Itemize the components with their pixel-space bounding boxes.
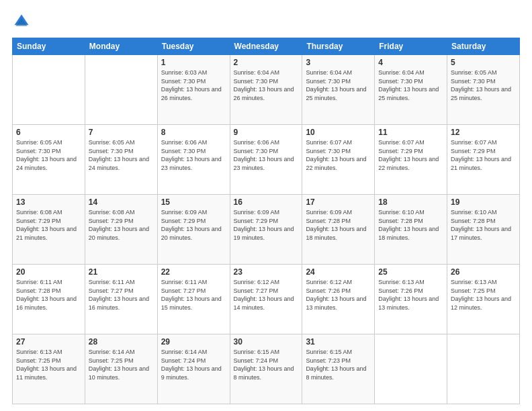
- day-info: Sunrise: 6:08 AM Sunset: 7:29 PM Dayligh…: [89, 208, 154, 242]
- calendar-cell: 15Sunrise: 6:09 AM Sunset: 7:29 PM Dayli…: [157, 195, 230, 265]
- calendar-cell: 12Sunrise: 6:07 AM Sunset: 7:29 PM Dayli…: [447, 125, 520, 195]
- calendar-cell: 23Sunrise: 6:12 AM Sunset: 7:27 PM Dayli…: [230, 265, 302, 334]
- day-info: Sunrise: 6:11 AM Sunset: 7:28 PM Dayligh…: [16, 278, 81, 312]
- calendar-cell: 22Sunrise: 6:11 AM Sunset: 7:27 PM Dayli…: [157, 265, 230, 334]
- calendar-cell: 5Sunrise: 6:05 AM Sunset: 7:30 PM Daylig…: [447, 55, 520, 125]
- calendar-cell: 3Sunrise: 6:04 AM Sunset: 7:30 PM Daylig…: [302, 55, 375, 125]
- day-number: 19: [451, 197, 516, 207]
- day-info: Sunrise: 6:07 AM Sunset: 7:29 PM Dayligh…: [451, 138, 516, 172]
- calendar-table: SundayMondayTuesdayWednesdayThursdayFrid…: [12, 38, 520, 404]
- day-info: Sunrise: 6:08 AM Sunset: 7:29 PM Dayligh…: [16, 208, 81, 242]
- calendar-cell: 6Sunrise: 6:05 AM Sunset: 7:30 PM Daylig…: [13, 125, 85, 195]
- logo-icon: [12, 12, 31, 31]
- day-info: Sunrise: 6:09 AM Sunset: 7:29 PM Dayligh…: [234, 208, 299, 242]
- calendar-day-header: Friday: [375, 38, 447, 55]
- day-info: Sunrise: 6:10 AM Sunset: 7:28 PM Dayligh…: [451, 208, 516, 242]
- calendar-header-row: SundayMondayTuesdayWednesdayThursdayFrid…: [13, 38, 520, 55]
- calendar-day-header: Saturday: [447, 38, 520, 55]
- day-info: Sunrise: 6:07 AM Sunset: 7:30 PM Dayligh…: [306, 138, 371, 172]
- calendar-cell: 31Sunrise: 6:15 AM Sunset: 7:23 PM Dayli…: [302, 334, 375, 404]
- day-number: 31: [306, 337, 371, 347]
- day-number: 22: [161, 267, 226, 277]
- calendar-day-header: Thursday: [302, 38, 375, 55]
- calendar-cell: 24Sunrise: 6:12 AM Sunset: 7:26 PM Dayli…: [302, 265, 375, 334]
- calendar-cell: [85, 55, 157, 125]
- calendar-cell: 26Sunrise: 6:13 AM Sunset: 7:25 PM Dayli…: [447, 265, 520, 334]
- day-info: Sunrise: 6:05 AM Sunset: 7:30 PM Dayligh…: [451, 68, 516, 102]
- day-number: 11: [378, 128, 443, 137]
- calendar-cell: 27Sunrise: 6:13 AM Sunset: 7:25 PM Dayli…: [13, 334, 85, 404]
- page: SundayMondayTuesdayWednesdayThursdayFrid…: [0, 0, 532, 411]
- day-info: Sunrise: 6:12 AM Sunset: 7:26 PM Dayligh…: [306, 278, 371, 312]
- calendar-week-row: 20Sunrise: 6:11 AM Sunset: 7:28 PM Dayli…: [13, 265, 520, 334]
- calendar-cell: 25Sunrise: 6:13 AM Sunset: 7:26 PM Dayli…: [375, 265, 447, 334]
- day-number: 16: [234, 197, 299, 207]
- day-number: 18: [378, 197, 443, 207]
- calendar-cell: 30Sunrise: 6:15 AM Sunset: 7:24 PM Dayli…: [230, 334, 302, 404]
- calendar-cell: 18Sunrise: 6:10 AM Sunset: 7:28 PM Dayli…: [375, 195, 447, 265]
- day-number: 1: [161, 58, 226, 67]
- day-number: 24: [306, 267, 371, 277]
- calendar-cell: 8Sunrise: 6:06 AM Sunset: 7:30 PM Daylig…: [157, 125, 230, 195]
- day-info: Sunrise: 6:07 AM Sunset: 7:29 PM Dayligh…: [378, 138, 443, 172]
- calendar-cell: 2Sunrise: 6:04 AM Sunset: 7:30 PM Daylig…: [230, 55, 302, 125]
- calendar-day-header: Monday: [85, 38, 157, 55]
- day-number: 12: [451, 128, 516, 137]
- day-number: 2: [234, 58, 299, 67]
- day-info: Sunrise: 6:04 AM Sunset: 7:30 PM Dayligh…: [378, 68, 443, 102]
- day-number: 3: [306, 58, 371, 67]
- day-number: 13: [16, 197, 81, 207]
- day-number: 17: [306, 197, 371, 207]
- day-number: 20: [16, 267, 81, 277]
- calendar-day-header: Sunday: [13, 38, 85, 55]
- day-number: 25: [378, 267, 443, 277]
- calendar-cell: 16Sunrise: 6:09 AM Sunset: 7:29 PM Dayli…: [230, 195, 302, 265]
- calendar-day-header: Tuesday: [157, 38, 230, 55]
- day-info: Sunrise: 6:12 AM Sunset: 7:27 PM Dayligh…: [234, 278, 299, 312]
- day-number: 27: [16, 337, 81, 347]
- header: [12, 12, 520, 31]
- logo: [12, 12, 34, 31]
- day-number: 7: [89, 128, 154, 137]
- calendar-week-row: 1Sunrise: 6:03 AM Sunset: 7:30 PM Daylig…: [13, 55, 520, 125]
- calendar-cell: 19Sunrise: 6:10 AM Sunset: 7:28 PM Dayli…: [447, 195, 520, 265]
- day-info: Sunrise: 6:14 AM Sunset: 7:24 PM Dayligh…: [161, 348, 226, 381]
- day-info: Sunrise: 6:13 AM Sunset: 7:26 PM Dayligh…: [378, 278, 443, 312]
- calendar-cell: [13, 55, 85, 125]
- day-info: Sunrise: 6:11 AM Sunset: 7:27 PM Dayligh…: [89, 278, 154, 312]
- day-info: Sunrise: 6:13 AM Sunset: 7:25 PM Dayligh…: [16, 348, 81, 381]
- day-number: 10: [306, 128, 371, 137]
- day-number: 14: [89, 197, 154, 207]
- calendar-cell: 14Sunrise: 6:08 AM Sunset: 7:29 PM Dayli…: [85, 195, 157, 265]
- day-number: 9: [234, 128, 299, 137]
- day-info: Sunrise: 6:15 AM Sunset: 7:24 PM Dayligh…: [234, 348, 299, 381]
- calendar-cell: 28Sunrise: 6:14 AM Sunset: 7:25 PM Dayli…: [85, 334, 157, 404]
- day-info: Sunrise: 6:06 AM Sunset: 7:30 PM Dayligh…: [161, 138, 226, 172]
- day-number: 5: [451, 58, 516, 67]
- day-number: 15: [161, 197, 226, 207]
- day-info: Sunrise: 6:04 AM Sunset: 7:30 PM Dayligh…: [234, 68, 299, 102]
- calendar-week-row: 6Sunrise: 6:05 AM Sunset: 7:30 PM Daylig…: [13, 125, 520, 195]
- calendar-cell: 10Sunrise: 6:07 AM Sunset: 7:30 PM Dayli…: [302, 125, 375, 195]
- day-number: 26: [451, 267, 516, 277]
- day-info: Sunrise: 6:15 AM Sunset: 7:23 PM Dayligh…: [306, 348, 371, 381]
- calendar-cell: 13Sunrise: 6:08 AM Sunset: 7:29 PM Dayli…: [13, 195, 85, 265]
- day-info: Sunrise: 6:13 AM Sunset: 7:25 PM Dayligh…: [451, 278, 516, 312]
- day-info: Sunrise: 6:14 AM Sunset: 7:25 PM Dayligh…: [89, 348, 154, 381]
- calendar-day-header: Wednesday: [230, 38, 302, 55]
- calendar-cell: 4Sunrise: 6:04 AM Sunset: 7:30 PM Daylig…: [375, 55, 447, 125]
- day-info: Sunrise: 6:09 AM Sunset: 7:28 PM Dayligh…: [306, 208, 371, 242]
- day-info: Sunrise: 6:11 AM Sunset: 7:27 PM Dayligh…: [161, 278, 226, 312]
- day-number: 30: [234, 337, 299, 347]
- day-info: Sunrise: 6:06 AM Sunset: 7:30 PM Dayligh…: [234, 138, 299, 172]
- day-number: 21: [89, 267, 154, 277]
- day-number: 6: [16, 128, 81, 137]
- calendar-cell: [447, 334, 520, 404]
- calendar-week-row: 27Sunrise: 6:13 AM Sunset: 7:25 PM Dayli…: [13, 334, 520, 404]
- day-info: Sunrise: 6:05 AM Sunset: 7:30 PM Dayligh…: [89, 138, 154, 172]
- calendar-cell: 7Sunrise: 6:05 AM Sunset: 7:30 PM Daylig…: [85, 125, 157, 195]
- calendar-cell: 11Sunrise: 6:07 AM Sunset: 7:29 PM Dayli…: [375, 125, 447, 195]
- calendar-cell: 29Sunrise: 6:14 AM Sunset: 7:24 PM Dayli…: [157, 334, 230, 404]
- day-number: 4: [378, 58, 443, 67]
- day-info: Sunrise: 6:05 AM Sunset: 7:30 PM Dayligh…: [16, 138, 81, 172]
